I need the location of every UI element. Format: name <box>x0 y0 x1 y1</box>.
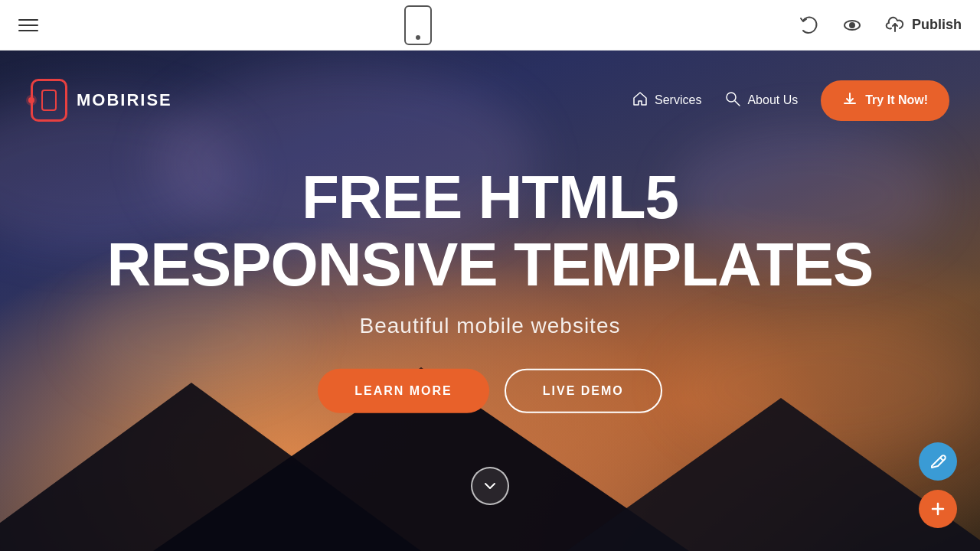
add-fab-button[interactable] <box>919 490 957 528</box>
cta-button[interactable]: Try It Now! <box>821 80 949 121</box>
hamburger-icon <box>18 19 38 31</box>
nav-link-services[interactable]: Services <box>632 90 701 111</box>
logo-phone-icon <box>41 90 57 111</box>
nav-links: Services About Us Try It <box>632 80 949 121</box>
pencil-icon <box>929 453 946 470</box>
toolbar-center <box>404 5 432 45</box>
hero-title: FREE HTML5 RESPONSIVE TEMPLATES <box>0 164 980 298</box>
nav-link-about[interactable]: About Us <box>724 90 798 111</box>
svg-line-5 <box>940 458 942 460</box>
publish-label: Publish <box>912 17 962 33</box>
search-icon <box>724 90 741 111</box>
scroll-down-button[interactable] <box>471 467 509 505</box>
download-icon <box>842 91 858 110</box>
svg-point-3 <box>727 93 736 102</box>
site-navigation: MOBIRISE Services About Us <box>0 51 980 150</box>
edit-fab-button[interactable] <box>919 442 957 481</box>
live-demo-button[interactable]: LIVE DEMO <box>505 369 662 413</box>
chevron-down-icon <box>482 478 498 494</box>
svg-point-1 <box>850 23 854 28</box>
toolbar-left <box>18 19 38 31</box>
publish-button[interactable]: Publish <box>884 15 962 36</box>
plus-icon <box>928 499 948 519</box>
preview-button[interactable] <box>841 15 863 36</box>
cloud-upload-icon <box>884 15 906 36</box>
learn-more-button[interactable]: LEARN MORE <box>318 369 489 413</box>
hero-section: MOBIRISE Services About Us <box>0 51 980 551</box>
services-label: Services <box>655 93 701 107</box>
hero-subtitle: Beautiful mobile websites <box>0 314 980 338</box>
logo-icon <box>31 79 67 122</box>
toolbar: Publish <box>0 0 980 51</box>
cta-label: Try It Now! <box>865 93 928 107</box>
logo-area: MOBIRISE <box>31 79 172 122</box>
hero-buttons: LEARN MORE LIVE DEMO <box>0 369 980 413</box>
fab-area <box>919 442 957 528</box>
mountain-right <box>567 398 980 551</box>
home-icon <box>632 90 648 111</box>
toolbar-right: Publish <box>799 15 962 36</box>
logo-text: MOBIRISE <box>77 90 172 110</box>
mobile-preview-button[interactable] <box>404 5 432 45</box>
undo-button[interactable] <box>799 15 820 36</box>
svg-line-4 <box>735 101 740 106</box>
menu-button[interactable] <box>18 19 38 31</box>
about-label: About Us <box>747 93 798 107</box>
hero-content: FREE HTML5 RESPONSIVE TEMPLATES Beautifu… <box>0 164 980 413</box>
phone-icon <box>404 5 432 45</box>
